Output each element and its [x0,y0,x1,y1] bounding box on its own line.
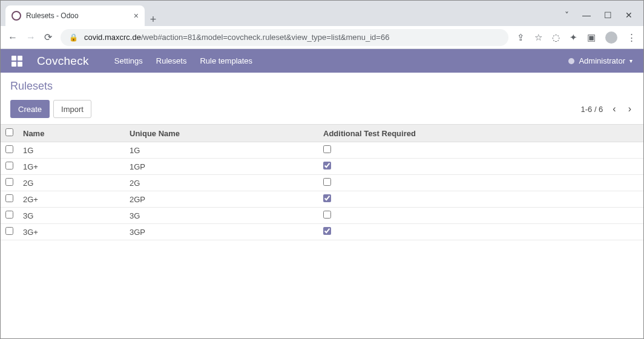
pager-prev-icon[interactable]: ‹ [610,104,618,114]
header-select-all [1,125,18,142]
pager-range[interactable]: 1-6 / 6 [580,105,603,114]
additional-checkbox [323,162,331,170]
chevron-down-icon[interactable]: ˅ [565,10,569,20]
cell-name: 3G+ [18,224,125,240]
menu-rulesets[interactable]: Rulesets [156,56,187,65]
pager: 1-6 / 6 ‹ › [580,104,634,114]
new-tab-button[interactable]: + [145,13,162,26]
cell-name: 3G [18,208,125,224]
address-bar[interactable]: 🔒 covid.maxcrc.de/web#action=81&model=co… [61,29,508,46]
app-brand[interactable]: Covcheck [37,54,89,68]
chevron-down-icon: ▾ [629,58,632,64]
column-name[interactable]: Name [18,125,125,142]
row-select-checkbox[interactable] [5,162,13,170]
additional-checkbox [323,227,331,235]
window-controls: ˅ — ☐ ✕ [565,10,643,26]
browser-actions: ⇪ ☆ ◌ ✦ ▣ ⋮ [517,31,636,44]
user-menu[interactable]: Administrator ▾ [568,56,632,65]
create-button[interactable]: Create [10,100,50,118]
reload-icon[interactable]: ⟳ [44,31,52,43]
select-all-checkbox[interactable] [5,128,13,136]
page-title: Rulesets [10,80,634,93]
table-row[interactable]: 3G3G [1,208,643,224]
column-additional[interactable]: Additional Test Required [318,125,643,142]
user-name: Administrator [579,56,625,65]
cell-name: 2G+ [18,191,125,208]
row-select-checkbox[interactable] [5,194,13,202]
sync-icon[interactable]: ◌ [552,32,560,43]
additional-checkbox [323,178,331,186]
user-avatar-icon [568,58,574,64]
url-text: covid.maxcrc.de/web#action=81&model=covc… [84,33,389,42]
kebab-menu-icon[interactable]: ⋮ [627,32,636,43]
browser-tab[interactable]: Rulesets - Odoo × [5,5,145,26]
cell-additional [318,142,643,159]
cell-additional [318,208,643,224]
close-window-icon[interactable]: ✕ [625,10,632,20]
close-tab-icon[interactable]: × [134,11,139,21]
browser-tab-strip: Rulesets - Odoo × + ˅ — ☐ ✕ [1,1,643,26]
pager-next-icon[interactable]: › [626,104,634,114]
minimize-icon[interactable]: — [582,10,591,20]
table-row[interactable]: 2G+2GP [1,191,643,208]
cell-name: 2G [18,175,125,191]
cell-additional [318,191,643,208]
cell-unique-name: 2G [125,175,318,191]
row-select-checkbox[interactable] [5,178,13,186]
navbar-menus: Settings Rulesets Rule templates [114,56,252,65]
row-select-checkbox[interactable] [5,227,13,235]
extensions-icon[interactable]: ✦ [570,32,577,43]
cell-additional [318,224,643,240]
bookmark-icon[interactable]: ☆ [534,32,542,43]
additional-checkbox [323,211,331,219]
additional-checkbox [323,145,331,153]
profile-avatar[interactable] [605,31,617,44]
row-select-checkbox[interactable] [5,211,13,219]
odoo-favicon [12,11,21,21]
cell-unique-name: 2GP [125,191,318,208]
share-icon[interactable]: ⇪ [517,32,525,43]
cell-additional [318,175,643,191]
lock-icon: 🔒 [69,33,78,42]
browser-toolbar: ← → ⟳ 🔒 covid.maxcrc.de/web#action=81&mo… [1,26,643,49]
row-select-checkbox[interactable] [5,145,13,153]
control-panel: Rulesets Create Import 1-6 / 6 ‹ › [1,73,643,124]
menu-settings[interactable]: Settings [114,56,143,65]
cell-unique-name: 3GP [125,224,318,240]
column-unique-name[interactable]: Unique Name [125,125,318,142]
tab-title: Rulesets - Odoo [26,12,129,20]
cell-unique-name: 1G [125,142,318,159]
table-row[interactable]: 1G1G [1,142,643,159]
maximize-icon[interactable]: ☐ [604,10,612,20]
cell-unique-name: 3G [125,208,318,224]
cell-additional [318,159,643,175]
additional-checkbox [323,194,331,202]
apps-icon[interactable] [12,56,22,67]
cell-name: 1G+ [18,159,125,175]
menu-rule-templates[interactable]: Rule templates [200,56,252,65]
list-view: Name Unique Name Additional Test Require… [1,124,643,240]
import-button[interactable]: Import [53,100,91,118]
panel-icon[interactable]: ▣ [587,32,596,43]
table-row[interactable]: 3G+3GP [1,224,643,240]
table-row[interactable]: 2G2G [1,175,643,191]
back-icon[interactable]: ← [8,32,18,43]
table-row[interactable]: 1G+1GP [1,159,643,175]
forward-icon: → [26,32,36,43]
cell-name: 1G [18,142,125,159]
cell-unique-name: 1GP [125,159,318,175]
odoo-navbar: Covcheck Settings Rulesets Rule template… [1,49,643,73]
